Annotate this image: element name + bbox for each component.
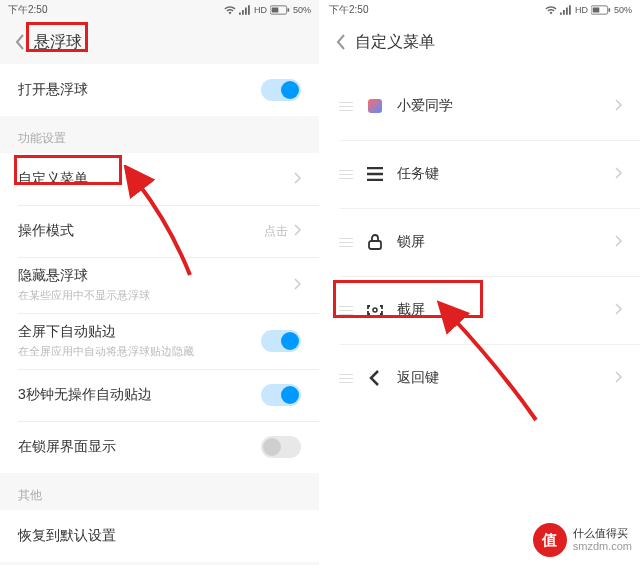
svg-rect-6 xyxy=(369,241,381,249)
status-bar: 下午2:50 HD 50% xyxy=(321,0,640,20)
toggle-idle-edge[interactable] xyxy=(261,384,301,406)
status-hd: HD xyxy=(575,5,588,15)
watermark: 值 什么值得买 smzdm.com xyxy=(533,523,632,557)
watermark-line1: 什么值得买 xyxy=(573,527,632,540)
row-mode[interactable]: 操作模式 点击 xyxy=(0,205,319,257)
toggle-show-lockscreen[interactable] xyxy=(261,436,301,458)
status-icons: HD 50% xyxy=(224,5,311,15)
reset-label: 恢复到默认设置 xyxy=(18,527,301,545)
menu-item-screenshot[interactable]: 截屏 xyxy=(321,276,640,344)
back-icon[interactable] xyxy=(10,32,30,52)
status-time: 下午2:50 xyxy=(329,3,368,17)
lockscreen-label: 在锁屏界面显示 xyxy=(18,438,261,456)
screen-left: 下午2:50 HD 50% 悬浮球 打开悬浮球 功能设置 自定 xyxy=(0,0,319,565)
back-key-icon xyxy=(357,370,393,386)
signal-icon xyxy=(560,5,572,15)
section-func-header: 功能设置 xyxy=(0,116,319,153)
menu-item-back[interactable]: 返回键 xyxy=(321,344,640,412)
chevron-right-icon xyxy=(294,170,301,188)
row-show-lockscreen[interactable]: 在锁屏界面显示 xyxy=(0,421,319,473)
watermark-line2: smzdm.com xyxy=(573,540,632,553)
menu-label: 小爱同学 xyxy=(397,97,615,115)
screenshot-icon xyxy=(357,303,393,317)
svg-rect-2 xyxy=(287,8,289,11)
page-title-right: 自定义菜单 xyxy=(355,32,435,53)
chevron-right-icon xyxy=(294,222,301,240)
wifi-icon xyxy=(224,5,236,15)
idle-label: 3秒钟无操作自动贴边 xyxy=(18,386,261,404)
mode-label: 操作模式 xyxy=(18,222,264,240)
drag-handle-icon[interactable] xyxy=(339,238,357,247)
xiaoai-icon xyxy=(357,99,393,113)
menu-item-xiaoai[interactable]: 小爱同学 xyxy=(321,72,640,140)
svg-rect-1 xyxy=(272,8,279,13)
drag-handle-icon[interactable] xyxy=(339,170,357,179)
chevron-right-icon xyxy=(615,233,622,251)
row-open-float[interactable]: 打开悬浮球 xyxy=(0,64,319,116)
toggle-open-float[interactable] xyxy=(261,79,301,101)
chevron-right-icon xyxy=(294,276,301,294)
chevron-right-icon xyxy=(615,369,622,387)
mode-value: 点击 xyxy=(264,223,288,240)
row-idle-edge[interactable]: 3秒钟无操作自动贴边 xyxy=(0,369,319,421)
signal-icon xyxy=(239,5,251,15)
tasks-icon xyxy=(357,167,393,181)
lock-icon xyxy=(357,234,393,250)
svg-rect-5 xyxy=(608,8,610,11)
status-hd: HD xyxy=(254,5,267,15)
status-battery: 50% xyxy=(614,5,632,15)
status-battery: 50% xyxy=(293,5,311,15)
title-bar: 自定义菜单 xyxy=(321,20,640,64)
fullscreen-sub: 在全屏应用中自动将悬浮球贴边隐藏 xyxy=(18,344,261,359)
page-title-left: 悬浮球 xyxy=(34,32,82,53)
row-reset[interactable]: 恢复到默认设置 xyxy=(0,510,319,562)
title-bar: 悬浮球 xyxy=(0,20,319,64)
hide-label: 隐藏悬浮球 xyxy=(18,267,294,285)
menu-item-tasks[interactable]: 任务键 xyxy=(321,140,640,208)
menu-label: 截屏 xyxy=(397,301,615,319)
status-icons: HD 50% xyxy=(545,5,632,15)
menu-label: 锁屏 xyxy=(397,233,615,251)
fullscreen-label: 全屏下自动贴边 xyxy=(18,323,261,341)
custom-menu-label: 自定义菜单 xyxy=(18,170,294,188)
menu-label: 任务键 xyxy=(397,165,615,183)
chevron-right-icon xyxy=(615,301,622,319)
watermark-badge: 值 xyxy=(533,523,567,557)
chevron-right-icon xyxy=(615,97,622,115)
status-time: 下午2:50 xyxy=(8,3,47,17)
back-icon[interactable] xyxy=(331,32,351,52)
row-fullscreen-edge[interactable]: 全屏下自动贴边 在全屏应用中自动将悬浮球贴边隐藏 xyxy=(0,313,319,369)
wifi-icon xyxy=(545,5,557,15)
menu-label: 返回键 xyxy=(397,369,615,387)
section-other-header: 其他 xyxy=(0,473,319,510)
battery-icon xyxy=(591,5,611,15)
screen-right: 下午2:50 HD 50% 自定义菜单 小爱同学 任务键 xyxy=(321,0,640,565)
battery-icon xyxy=(270,5,290,15)
toggle-fullscreen-edge[interactable] xyxy=(261,330,301,352)
row-custom-menu[interactable]: 自定义菜单 xyxy=(0,153,319,205)
svg-point-7 xyxy=(373,308,377,312)
menu-item-lock[interactable]: 锁屏 xyxy=(321,208,640,276)
svg-rect-4 xyxy=(593,8,600,13)
drag-handle-icon[interactable] xyxy=(339,102,357,111)
row-hide[interactable]: 隐藏悬浮球 在某些应用中不显示悬浮球 xyxy=(0,257,319,313)
drag-handle-icon[interactable] xyxy=(339,306,357,315)
status-bar: 下午2:50 HD 50% xyxy=(0,0,319,20)
open-float-label: 打开悬浮球 xyxy=(18,81,261,99)
chevron-right-icon xyxy=(615,165,622,183)
drag-handle-icon[interactable] xyxy=(339,374,357,383)
hide-sub: 在某些应用中不显示悬浮球 xyxy=(18,288,294,303)
